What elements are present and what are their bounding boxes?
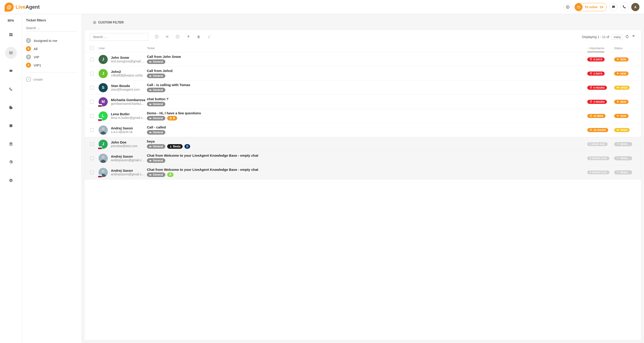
- info-icon: [154, 34, 159, 39]
- user-email: mfkaflf@jfioejioe.sofds: [111, 74, 147, 77]
- custom-filter-button[interactable]: CUSTOM FILTER: [84, 14, 641, 30]
- svg-point-19: [592, 100, 592, 101]
- nav-knowledge[interactable]: [5, 138, 17, 150]
- ticket-col: Demo - Hi, I have a few questions Genera…: [147, 111, 587, 120]
- row-checkbox[interactable]: [90, 100, 94, 104]
- tag[interactable]: General: [147, 116, 165, 120]
- resolve-button[interactable]: [176, 34, 180, 40]
- tag[interactable]: General: [147, 172, 165, 177]
- to-solve-button[interactable]: To solve 10: [574, 3, 607, 11]
- table-row[interactable]: J John2 mfkaflf@jfioejioe.sofds Call fro…: [84, 66, 641, 81]
- add-button[interactable]: [564, 3, 572, 11]
- nav-extensions[interactable]: [5, 174, 17, 186]
- avatar: J: [98, 55, 108, 64]
- filter-label: Assigned to me: [34, 39, 57, 42]
- row-checkbox[interactable]: [90, 156, 94, 160]
- col-status[interactable]: Status: [614, 46, 636, 50]
- filter-item[interactable]: 0Assigned to me: [26, 36, 77, 45]
- table-row[interactable]: M Michaela Gombarova gombarovamichaela1……: [84, 95, 641, 109]
- forward-icon: [165, 34, 169, 39]
- svg-point-11: [592, 72, 592, 73]
- row-checkbox[interactable]: [90, 72, 94, 76]
- col-ticket[interactable]: Ticket: [147, 46, 587, 50]
- delete-button[interactable]: [196, 34, 200, 40]
- table-row[interactable]: Andrej Saxon andrejsaxon@gmail.c… Chat f…: [84, 165, 641, 180]
- filter-item[interactable]: 6All: [26, 45, 77, 53]
- table-row[interactable]: L Lena Butler lena.m.butler@gmail.c… Dem…: [84, 109, 641, 123]
- gear-icon: [9, 160, 13, 164]
- user-name: John2: [111, 70, 147, 74]
- table-row[interactable]: J John Snow test.luongova@gmail.… Call f…: [84, 52, 641, 66]
- tag[interactable]: Beata: [167, 144, 183, 149]
- status-pill: NEW: [614, 58, 628, 62]
- nav-settings[interactable]: [5, 156, 17, 168]
- importance-pill: 3 HOURS: [587, 100, 607, 104]
- table-row[interactable]: Andrej Saxon andrejsaxon@gmail.c… Chat f…: [84, 151, 641, 165]
- table-row[interactable]: S Stan Bouda stan@liveagent.com Call - i…: [84, 81, 641, 95]
- info-button[interactable]: [154, 34, 159, 40]
- check-icon: [616, 142, 619, 146]
- col-user[interactable]: User: [98, 46, 147, 50]
- tag[interactable]: R: [167, 172, 174, 177]
- tag[interactable]: General: [147, 102, 165, 106]
- select-all-checkbox[interactable]: [90, 46, 94, 50]
- page-size-select[interactable]: many: [612, 34, 623, 40]
- status-pill: RESO…: [614, 156, 632, 160]
- forward-button[interactable]: [165, 34, 169, 40]
- importance-pill: 42 MINS: [587, 114, 606, 118]
- tag[interactable]: General: [147, 88, 165, 92]
- status-pill: NEW: [614, 72, 628, 76]
- nav-chat[interactable]: [5, 65, 17, 77]
- refresh-button[interactable]: [625, 34, 629, 40]
- row-checkbox[interactable]: [90, 128, 94, 132]
- phone-button[interactable]: [620, 3, 628, 11]
- tag[interactable]: D: [184, 144, 190, 149]
- tag[interactable]: General: [147, 144, 165, 149]
- nav-call[interactable]: [5, 83, 17, 95]
- search-input[interactable]: [90, 33, 148, 41]
- progress-percent[interactable]: 80%: [8, 19, 14, 22]
- ticket-subject: heya: [147, 140, 585, 143]
- nav-progress[interactable]: [5, 102, 17, 114]
- filter-item[interactable]: 5VIP1: [26, 61, 77, 69]
- user-email: s.a.x.i@azet.sk: [111, 130, 147, 134]
- user-avatar[interactable]: A: [631, 3, 640, 11]
- row-checkbox[interactable]: [90, 114, 94, 118]
- svg-point-28: [102, 127, 105, 130]
- row-checkbox[interactable]: [90, 142, 94, 146]
- nav-contacts[interactable]: [5, 120, 17, 132]
- chat-bubble-button[interactable]: [610, 3, 618, 11]
- row-checkbox[interactable]: [90, 170, 94, 174]
- logo[interactable]: LiveAgent: [4, 2, 40, 12]
- avatar: [98, 154, 108, 163]
- plus-icon: +: [26, 77, 31, 82]
- tag[interactable]: General: [147, 74, 165, 78]
- nav-dashboard[interactable]: [5, 29, 17, 40]
- col-importance[interactable]: ↑Importance: [587, 46, 614, 50]
- magic-button[interactable]: [207, 34, 211, 40]
- hot-button[interactable]: [186, 34, 190, 40]
- create-label: create: [33, 78, 43, 81]
- create-filter-button[interactable]: + create: [26, 77, 77, 82]
- row-checkbox[interactable]: [90, 58, 94, 61]
- tag[interactable]: General: [147, 130, 165, 134]
- nav-tickets[interactable]: [5, 47, 17, 59]
- ticket-subject: Demo - Hi, I have a few questions: [147, 111, 585, 115]
- clock-icon: [590, 114, 592, 118]
- tag[interactable]: General: [147, 60, 165, 64]
- row-checkbox[interactable]: [90, 86, 94, 90]
- ticket-col: Chat from Welcome to your LiveAgent Know…: [147, 168, 587, 177]
- topbar: LiveAgent To solve 10 A: [0, 0, 644, 14]
- tag[interactable]: B: [167, 116, 178, 120]
- nav-rail: 80%: [0, 14, 22, 343]
- tag[interactable]: General: [147, 158, 165, 163]
- table-row[interactable]: Andrej Saxon s.a.x.i@azet.sk Call - call…: [84, 123, 641, 137]
- user-email: andrejsaxon@gmail.c…: [111, 158, 147, 162]
- export-button[interactable]: [632, 34, 636, 40]
- divider: [26, 72, 77, 73]
- clock-icon: [590, 128, 592, 132]
- table-row[interactable]: J John Doe johndoe@test.com heya General…: [84, 137, 641, 151]
- avatar: [98, 168, 108, 177]
- filter-item[interactable]: 0VIP: [26, 53, 77, 61]
- filter-search-input[interactable]: [26, 25, 77, 32]
